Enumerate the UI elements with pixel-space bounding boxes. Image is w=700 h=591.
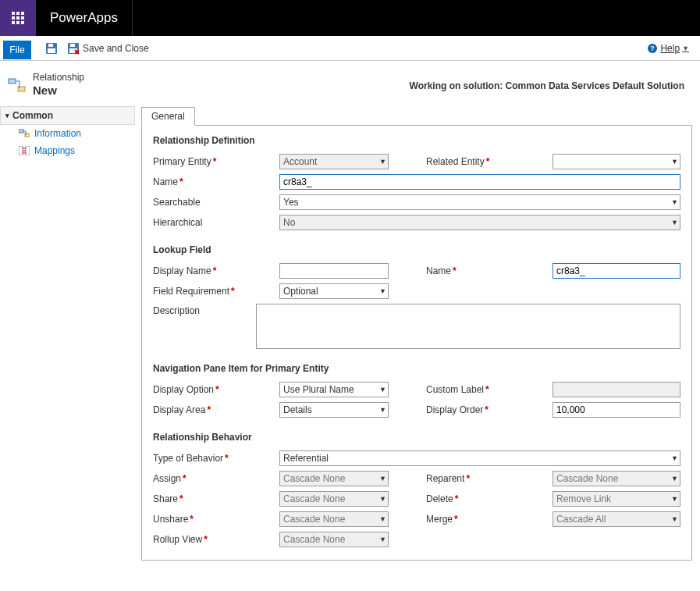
svg-rect-20 — [18, 87, 25, 91]
svg-rect-19 — [9, 79, 16, 84]
tab-general-panel: Relationship Definition Primary Entity* … — [141, 125, 692, 561]
sidebar-section-common[interactable]: ▾ Common — [0, 106, 135, 125]
relationship-name-input[interactable] — [279, 174, 680, 190]
related-entity-select[interactable]: ▼ — [553, 154, 680, 169]
save-and-close-label: Save and Close — [83, 43, 149, 54]
svg-rect-4 — [16, 16, 20, 20]
brand-name: PowerApps — [36, 0, 133, 36]
lookup-display-name-input[interactable] — [279, 263, 389, 279]
save-close-icon — [67, 42, 80, 55]
unshare-select: Cascade None▼ — [279, 511, 389, 527]
help-icon: ? — [647, 43, 658, 54]
information-icon — [19, 129, 30, 138]
tab-strip: General — [141, 106, 692, 125]
svg-rect-13 — [70, 44, 75, 47]
rollup-view-select: Cascade None▼ — [279, 532, 389, 547]
titlebar: PowerApps — [0, 0, 700, 36]
chevron-down-icon: ▾ — [5, 112, 9, 119]
save-icon — [45, 42, 58, 55]
page-header: Relationship New Working on solution: Co… — [0, 61, 700, 98]
section-title-relationship-definition: Relationship Definition — [153, 135, 680, 146]
lookup-name-input[interactable] — [553, 263, 680, 279]
svg-rect-24 — [26, 146, 30, 155]
svg-rect-11 — [48, 48, 55, 53]
svg-rect-6 — [12, 21, 15, 24]
hierarchical-select[interactable]: No▼ — [279, 215, 680, 230]
breadcrumb: Relationship — [33, 72, 84, 84]
svg-rect-8 — [21, 21, 24, 24]
file-menu-button[interactable]: File — [3, 41, 31, 59]
display-option-select[interactable]: Use Plural Name▼ — [279, 382, 389, 397]
primary-entity-select[interactable]: Account▼ — [279, 154, 389, 169]
save-button[interactable] — [41, 36, 62, 61]
solution-context: Working on solution: Common Data Service… — [410, 80, 692, 91]
relationship-icon — [8, 77, 27, 95]
display-area-select[interactable]: Details▼ — [279, 402, 389, 418]
chevron-down-icon: ▼ — [682, 45, 689, 52]
sidebar-item-information[interactable]: Information — [0, 125, 135, 142]
type-of-behavior-select[interactable]: Referential▼ — [279, 450, 680, 466]
field-requirement-select[interactable]: Optional▼ — [279, 283, 389, 299]
svg-rect-10 — [48, 44, 53, 47]
section-title-lookup-field: Lookup Field — [153, 244, 680, 255]
page-title: New — [33, 84, 84, 98]
svg-rect-21 — [19, 130, 23, 133]
save-and-close-button[interactable]: Save and Close — [62, 36, 154, 61]
section-title-nav-pane: Navigation Pane Item for Primary Entity — [153, 363, 680, 374]
delete-select: Remove Link▼ — [553, 491, 680, 507]
display-order-input[interactable] — [553, 402, 680, 418]
sidebar: ▾ Common Information Mappings — [0, 106, 135, 159]
svg-rect-3 — [12, 16, 15, 20]
svg-rect-2 — [21, 12, 24, 15]
section-title-behavior: Relationship Behavior — [153, 432, 680, 443]
sidebar-item-mappings[interactable]: Mappings — [0, 142, 135, 159]
description-textarea[interactable] — [256, 304, 680, 349]
waffle-icon — [12, 12, 24, 24]
searchable-select[interactable]: Yes▼ — [279, 194, 680, 210]
svg-rect-23 — [19, 146, 23, 155]
svg-rect-5 — [21, 16, 24, 20]
share-select: Cascade None▼ — [279, 491, 389, 507]
svg-text:?: ? — [651, 45, 656, 52]
custom-label-input — [553, 382, 680, 397]
svg-rect-0 — [12, 12, 15, 15]
assign-select: Cascade None▼ — [279, 471, 389, 486]
waffle-launcher[interactable] — [0, 0, 36, 36]
mappings-icon — [19, 146, 30, 155]
toolbar: File Save and Close ? Help ▼ — [0, 36, 700, 61]
svg-rect-7 — [16, 21, 20, 24]
help-link[interactable]: ? Help ▼ — [641, 43, 695, 54]
reparent-select: Cascade None▼ — [553, 471, 680, 486]
svg-rect-1 — [16, 12, 20, 15]
merge-select: Cascade All▼ — [553, 511, 680, 527]
tab-general[interactable]: General — [141, 107, 195, 126]
